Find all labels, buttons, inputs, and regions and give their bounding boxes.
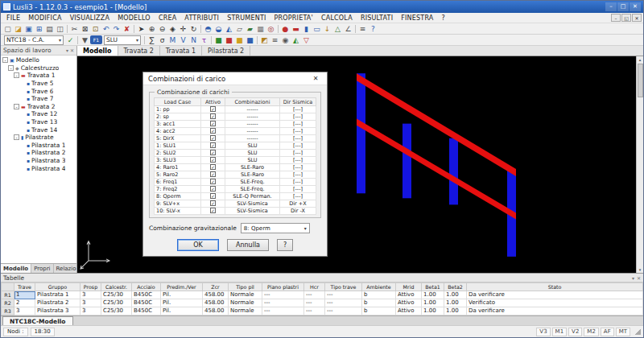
zoom-in-icon[interactable]: ⊕ bbox=[147, 24, 157, 34]
checkbox-icon[interactable]: ✓ bbox=[210, 106, 216, 112]
expander-icon[interactable]: - bbox=[14, 134, 19, 140]
active-cell[interactable]: ✓ bbox=[201, 164, 225, 171]
menu-item-help[interactable]: ? bbox=[438, 14, 449, 22]
combination-row[interactable]: 1: pp✓------[---] bbox=[155, 106, 316, 113]
grid-cell[interactable]: b bbox=[362, 307, 396, 315]
shear-diagram-icon[interactable]: V bbox=[178, 35, 188, 45]
ws-tab-propri[interactable]: Propri bbox=[31, 264, 53, 273]
support-tool-icon[interactable]: △ bbox=[332, 24, 343, 34]
combination-combo[interactable]: SLU▾ bbox=[104, 35, 141, 45]
grid-cell[interactable]: Pilastrata 1 bbox=[35, 291, 80, 299]
cancel-button[interactable]: Annulla bbox=[227, 239, 269, 251]
menu-item-finestra[interactable]: FINESTRA bbox=[397, 14, 437, 22]
grid-cell[interactable]: Attivo bbox=[396, 299, 422, 307]
chevron-down-icon[interactable]: ▾ bbox=[66, 47, 68, 53]
grid-cell[interactable]: Pilastrata 2 bbox=[35, 299, 80, 307]
redo-icon[interactable]: ↷ bbox=[111, 24, 122, 34]
grid-cell[interactable]: 3 bbox=[80, 307, 101, 315]
doc-tab-ntc18c-modello[interactable]: NTC18C-Modello bbox=[2, 316, 73, 325]
combination-row[interactable]: 5: DirX✓------[---] bbox=[155, 135, 316, 142]
seismic-dir-cell[interactable]: Dir +X bbox=[280, 200, 316, 208]
gravitational-combo[interactable]: 8: Qperm ▾ bbox=[241, 223, 310, 233]
seismic-dir-cell[interactable]: [---] bbox=[280, 179, 316, 186]
seismic-dir-cell[interactable]: [---] bbox=[280, 128, 316, 135]
grid-cell[interactable]: --- bbox=[304, 307, 325, 315]
checkbox-icon[interactable]: ✓ bbox=[210, 186, 216, 192]
deformed-shape-icon[interactable]: ◭ bbox=[291, 35, 301, 45]
toggle-v2[interactable]: V2 bbox=[568, 328, 582, 336]
checkbox-icon[interactable]: ✓ bbox=[210, 164, 216, 170]
combination-row[interactable]: 4: Raro1✓SLE-Raro[---] bbox=[155, 164, 316, 171]
column-tool-icon[interactable]: ▮ bbox=[301, 24, 312, 34]
seismic-dir-cell[interactable]: [---] bbox=[280, 150, 316, 157]
chevron-down-icon[interactable]: ▾ bbox=[632, 275, 634, 281]
toggle-m2[interactable]: M2 bbox=[584, 328, 599, 336]
menu-item-crea[interactable]: CREA bbox=[155, 14, 180, 22]
maximize-icon[interactable]: □ bbox=[617, 2, 629, 11]
grid-row[interactable]: R11Pilastrata 13C25/30B450CPil.458.00Nor… bbox=[2, 291, 643, 299]
grid-cell[interactable]: --- bbox=[262, 299, 304, 307]
f1-badge-icon[interactable]: F1 bbox=[90, 35, 102, 44]
row-header[interactable]: R1 bbox=[2, 291, 14, 299]
layers-icon[interactable]: ≡ bbox=[357, 24, 368, 34]
grid-cell[interactable]: 1.00 bbox=[444, 299, 467, 307]
seismic-dir-cell[interactable]: [---] bbox=[280, 186, 316, 193]
delete-icon[interactable]: ✘ bbox=[122, 24, 132, 34]
checkbox-icon[interactable]: ✓ bbox=[210, 157, 216, 163]
seismic-dir-cell[interactable]: [---] bbox=[280, 135, 316, 142]
print-preview-icon[interactable]: ◫ bbox=[55, 24, 65, 34]
ws-tab-relazio[interactable]: Relazio bbox=[54, 264, 80, 273]
expander-icon[interactable]: - bbox=[8, 65, 14, 71]
checkbox-icon[interactable]: ✓ bbox=[210, 200, 216, 206]
save-all-icon[interactable]: ⊞ bbox=[34, 24, 44, 34]
rotate-view-icon[interactable]: ↻ bbox=[188, 24, 199, 34]
checkbox-icon[interactable]: ✓ bbox=[210, 128, 216, 134]
tree-item-trave-5[interactable]: ▪Trave 5 bbox=[1, 80, 76, 88]
grid-row[interactable]: R33Pilastrata 33C25/30B450CPil.458.00Nor… bbox=[2, 307, 643, 315]
row-header[interactable]: R3 bbox=[2, 307, 14, 315]
load-tool-icon[interactable]: ↓ bbox=[322, 24, 332, 34]
menu-item-attributi[interactable]: ATTRIBUTI bbox=[180, 14, 223, 22]
grid-cell[interactable]: Attivo bbox=[396, 291, 422, 299]
tau-diagram-icon[interactable]: τ bbox=[199, 35, 209, 45]
grid-cell[interactable]: B450C bbox=[132, 299, 161, 307]
grid-cell[interactable]: C25/30 bbox=[101, 307, 132, 315]
undo-icon[interactable]: ↶ bbox=[101, 24, 111, 34]
beam-tool-icon[interactable]: ▬ bbox=[291, 24, 301, 34]
combination-row[interactable]: 8: Qperm✓SLE-Q Perman.[---] bbox=[155, 193, 316, 200]
expander-icon[interactable]: - bbox=[14, 104, 19, 109]
grid-cell[interactable]: C25/30 bbox=[101, 291, 132, 299]
mdi-restore-icon[interactable]: ◱ bbox=[621, 14, 631, 22]
grid-cell[interactable]: 1.00 bbox=[422, 299, 444, 307]
grid-cell[interactable]: --- bbox=[325, 299, 362, 307]
grid-cell[interactable]: 1 bbox=[14, 291, 35, 299]
info-blue-icon[interactable]: ■ bbox=[245, 35, 255, 45]
combination-row[interactable]: 5: Raro2✓SLE-Raro[---] bbox=[155, 171, 316, 179]
active-cell[interactable]: ✓ bbox=[201, 171, 225, 179]
seismic-dir-cell[interactable]: Dir -X bbox=[280, 208, 316, 215]
active-cell[interactable]: ✓ bbox=[201, 121, 225, 128]
grid-toggle-icon[interactable]: ▦ bbox=[255, 24, 266, 34]
grid-cell[interactable]: 458.00 bbox=[203, 291, 229, 299]
snap-toggle-icon[interactable]: ◎ bbox=[266, 24, 276, 34]
reactions-icon[interactable]: ▽ bbox=[301, 35, 312, 45]
grid-cell[interactable]: 458.00 bbox=[203, 307, 229, 315]
apply-norm-icon[interactable]: ✓ bbox=[65, 35, 76, 45]
checkbox-icon[interactable]: ✓ bbox=[210, 171, 216, 177]
grid-cell[interactable]: 3 bbox=[80, 299, 101, 307]
view-front-icon[interactable]: ◒ bbox=[213, 24, 224, 34]
menu-item-modello[interactable]: MODELLO bbox=[114, 14, 155, 22]
grid-cell[interactable]: Pilastrata 3 bbox=[35, 307, 80, 315]
grid-cell[interactable]: --- bbox=[262, 307, 304, 315]
stress-sigma-icon[interactable]: σ bbox=[157, 35, 167, 45]
node-tool-icon[interactable]: ● bbox=[280, 24, 291, 34]
canvas-vertical-scrollbar[interactable]: ▴ ▾ bbox=[636, 56, 643, 273]
grid-cell[interactable]: Pil. bbox=[161, 307, 203, 315]
grid-cell[interactable]: 1.00 bbox=[444, 291, 467, 299]
checkbox-icon[interactable]: ✓ bbox=[210, 179, 216, 184]
seismic-dir-cell[interactable]: [---] bbox=[280, 113, 316, 121]
toggle-m1[interactable]: M1 bbox=[552, 328, 568, 336]
seismic-dir-cell[interactable]: [---] bbox=[280, 157, 316, 164]
grid-cell[interactable]: --- bbox=[304, 291, 325, 299]
row-header[interactable]: R2 bbox=[2, 299, 14, 307]
